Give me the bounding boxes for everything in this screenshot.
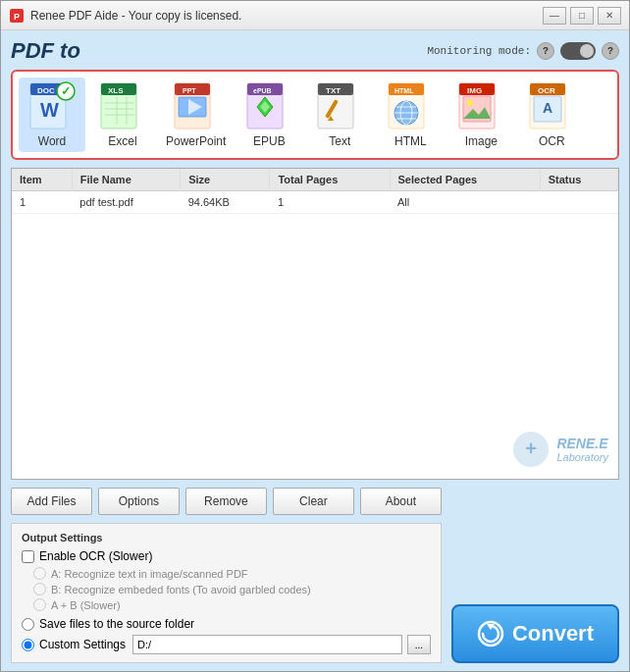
format-ocr[interactable]: OCR A OCR (518, 78, 585, 152)
col-size: Size (181, 169, 270, 191)
option-ab-radio[interactable] (33, 598, 46, 611)
save-to-source-row: Save files to the source folder (22, 617, 431, 631)
convert-icon (477, 620, 504, 647)
format-html[interactable]: HTML HTML (377, 78, 444, 152)
format-epub[interactable]: ePUB EPUB (236, 78, 302, 152)
about-button[interactable]: About (360, 488, 442, 515)
enable-ocr-checkbox[interactable] (22, 550, 34, 563)
monitoring-label: Monitoring mode: (427, 45, 531, 57)
text-label: Text (329, 134, 350, 148)
format-word[interactable]: DOC W ✓ Word (19, 78, 85, 152)
custom-path-input[interactable] (132, 635, 402, 654)
output-settings-label: Output Settings (22, 532, 431, 543)
text-icon: TXT (314, 81, 365, 132)
monitoring-help2-button[interactable]: ? (602, 42, 619, 60)
main-window: P Renee PDF Aide - Your copy is licensed… (0, 0, 630, 672)
svg-text:OCR: OCR (538, 86, 555, 95)
col-status: Status (540, 169, 617, 191)
titlebar: P Renee PDF Aide - Your copy is licensed… (1, 1, 629, 30)
enable-ocr-label: Enable OCR (Slower) (39, 549, 152, 563)
svg-text:A: A (543, 100, 552, 116)
convert-button[interactable]: Convert (451, 604, 619, 663)
option-a-row: A: Recognize text in image/scanned PDF (22, 567, 431, 580)
save-source-radio[interactable] (22, 618, 34, 631)
image-label: Image (465, 134, 498, 148)
option-ab-label: A + B (Slower) (51, 599, 121, 611)
svg-text:✓: ✓ (61, 84, 71, 98)
image-icon: IMG (455, 81, 506, 132)
titlebar-left: P Renee PDF Aide - Your copy is licensed… (9, 8, 241, 24)
add-files-button[interactable]: Add Files (11, 488, 92, 515)
excel-label: Excel (108, 134, 136, 148)
powerpoint-label: PowerPoint (166, 134, 226, 148)
custom-settings-row: Custom Settings ... (22, 635, 431, 654)
option-ab-row: A + B (Slower) (22, 598, 431, 611)
formats-container: DOC W ✓ Word XLS (11, 70, 619, 160)
output-settings: Output Settings Enable OCR (Slower) A: R… (11, 523, 442, 663)
html-icon: HTML (385, 81, 436, 132)
col-total-pages: Total Pages (270, 169, 390, 191)
col-filename: File Name (72, 169, 180, 191)
table-header-row: Item File Name Size Total Pages Selected… (12, 169, 618, 191)
monitoring-help1-button[interactable]: ? (537, 42, 554, 60)
cell-selected-pages: All (390, 191, 540, 214)
toggle-knob (580, 44, 594, 58)
svg-text:DOC: DOC (37, 86, 55, 95)
convert-label: Convert (512, 621, 594, 646)
svg-text:TXT: TXT (326, 86, 341, 95)
cell-filename: pdf test.pdf (72, 191, 180, 214)
file-table: Item File Name Size Total Pages Selected… (12, 169, 618, 214)
format-powerpoint[interactable]: PPT PowerPoint (160, 78, 232, 152)
cell-status (540, 191, 617, 214)
table-row[interactable]: 1 pdf test.pdf 94.64KB 1 All (12, 191, 618, 214)
close-button[interactable]: ✕ (598, 7, 621, 25)
html-label: HTML (394, 134, 427, 148)
custom-settings-radio[interactable] (22, 639, 34, 651)
col-selected-pages: Selected Pages (390, 169, 540, 191)
option-b-label: B: Recognize embeded fonts (To avoid gar… (51, 584, 311, 595)
main-area: PDF to Monitoring mode: ? ? DOC (1, 30, 629, 671)
convert-section: Convert (451, 604, 619, 663)
svg-text:P: P (14, 12, 20, 22)
format-image[interactable]: IMG Image (447, 78, 514, 152)
maximize-button[interactable]: □ (570, 7, 594, 25)
powerpoint-icon: PPT (171, 81, 222, 132)
custom-settings-label: Custom Settings (39, 638, 128, 651)
clear-button[interactable]: Clear (273, 488, 354, 515)
titlebar-controls: — □ ✕ (543, 7, 621, 25)
file-table-container: Item File Name Size Total Pages Selected… (11, 168, 619, 480)
watermark: + RENE.E Laboratory (511, 430, 608, 469)
watermark-icon: + (511, 430, 551, 469)
monitoring-toggle[interactable] (560, 42, 596, 60)
bottom-area: Add Files Options Remove Clear About Out… (11, 488, 619, 663)
monitoring-row: Monitoring mode: ? ? (427, 42, 619, 60)
pdf-to-label: PDF to (11, 38, 80, 64)
ocr-label: OCR (539, 134, 565, 148)
options-button[interactable]: Options (98, 488, 180, 515)
option-b-radio[interactable] (33, 583, 46, 595)
browse-button[interactable]: ... (407, 635, 431, 654)
cell-total-pages: 1 (270, 191, 390, 214)
option-a-label: A: Recognize text in image/scanned PDF (51, 568, 248, 580)
remove-button[interactable]: Remove (185, 488, 267, 515)
word-label: Word (38, 134, 66, 148)
watermark-text: RENE.E Laboratory (556, 436, 608, 463)
svg-text:PPT: PPT (183, 87, 196, 94)
epub-label: EPUB (253, 134, 286, 148)
bottom-left: Add Files Options Remove Clear About Out… (11, 488, 442, 663)
option-a-radio[interactable] (33, 567, 46, 580)
svg-text:XLS: XLS (108, 86, 124, 95)
app-icon: P (9, 8, 25, 24)
format-excel[interactable]: XLS Excel (89, 78, 156, 152)
save-source-label: Save files to the source folder (39, 617, 194, 631)
cell-item: 1 (12, 191, 72, 214)
format-text[interactable]: TXT Text (306, 78, 373, 152)
ocr-icon: OCR A (526, 81, 577, 132)
svg-text:IMG: IMG (467, 86, 482, 95)
svg-text:HTML: HTML (394, 87, 414, 94)
cell-size: 94.64KB (181, 191, 270, 214)
word-icon: DOC W ✓ (26, 81, 78, 132)
titlebar-title: Renee PDF Aide - Your copy is licensed. (30, 9, 241, 23)
col-item: Item (12, 169, 72, 191)
minimize-button[interactable]: — (543, 7, 566, 25)
